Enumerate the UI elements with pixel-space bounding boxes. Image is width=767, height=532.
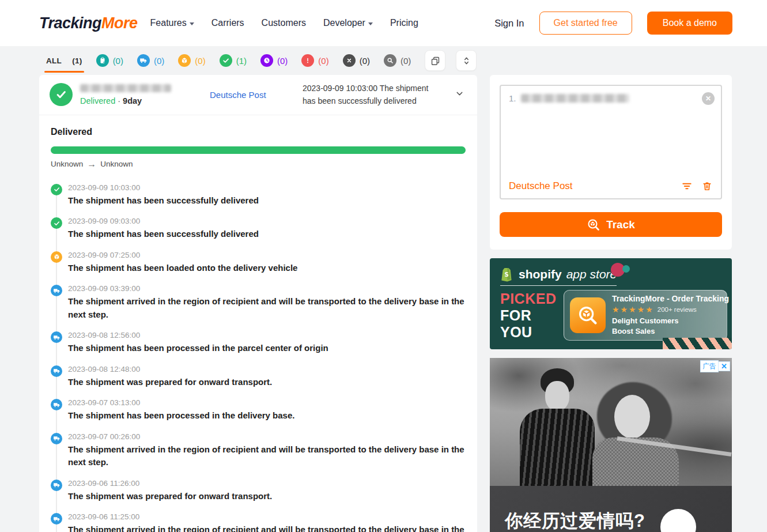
transit-icon xyxy=(51,480,62,491)
carrier-link[interactable]: Deutsche Post xyxy=(210,90,295,100)
shopify-app-store-banner[interactable]: S shopify app store PICKED FOR YOU xyxy=(490,258,732,349)
timeline-event: 2023-09-07 00:26:00 The shipment arrived… xyxy=(51,432,466,469)
progress-bar xyxy=(51,146,466,154)
tab-pickup[interactable]: (0) xyxy=(178,54,205,67)
ad-caption-bar: 你经历过爱情吗? xyxy=(490,486,732,532)
exception-icon xyxy=(343,54,356,67)
transit-icon xyxy=(51,285,62,296)
transit-icon xyxy=(51,513,62,525)
delivered-icon xyxy=(51,184,62,195)
display-ad[interactable]: 广告 ✕ 你经历过爱情吗? xyxy=(490,358,732,532)
event-text: The shipment has been loaded onto the de… xyxy=(68,262,466,275)
ad-headline: 你经历过爱情吗? xyxy=(505,509,645,532)
expand-chevron-icon[interactable] xyxy=(452,86,467,103)
destination: Unknown xyxy=(100,160,133,168)
timeline-event: 2023-09-08 12:56:00 The shipment has bee… xyxy=(51,331,466,355)
top-navbar: TrackingMore Features Carriers Customers… xyxy=(0,0,767,46)
event-text: The shipment arrived in the region of re… xyxy=(68,443,466,469)
event-text: The shipment arrived in the region of re… xyxy=(68,295,466,321)
event-timeline: 2023-09-09 10:03:00 The shipment has bee… xyxy=(51,183,466,532)
decor-stripes xyxy=(663,338,732,349)
ad-flag: 广告 ✕ xyxy=(700,360,730,372)
sign-in-link[interactable]: Sign In xyxy=(494,18,524,29)
tab-all[interactable]: ALL (1) xyxy=(46,56,82,65)
delivered-icon xyxy=(220,54,232,67)
copy-button[interactable] xyxy=(425,50,445,71)
page: TrackingMore Features Carriers Customers… xyxy=(0,0,767,532)
ad-action-circle[interactable] xyxy=(660,509,696,532)
pickup-icon xyxy=(51,251,62,263)
tab-info-received[interactable]: (0) xyxy=(96,54,123,67)
nav-item-customers[interactable]: Customers xyxy=(262,18,306,28)
transit-icon xyxy=(51,365,62,377)
status-filter-tabs: ALL (1) (0) (0) (0) (1) xyxy=(39,46,477,75)
content: ALL (1) (0) (0) (0) (1) xyxy=(0,46,767,532)
event-time: 2023-09-09 03:39:00 xyxy=(68,284,466,293)
status-line: Delivered·9day xyxy=(80,96,202,105)
logo-text-dark: Tracking xyxy=(39,14,101,32)
trash-icon[interactable] xyxy=(701,180,713,192)
tab-exception[interactable]: (0) xyxy=(343,54,370,67)
event-text: The shipment has been processed in the p… xyxy=(68,342,466,355)
latest-event-summary: 2023-09-09 10:03:00 The shipment has bee… xyxy=(303,82,445,108)
book-demo-button[interactable]: Book a demo xyxy=(647,12,732,35)
ad-close-icon[interactable]: ✕ xyxy=(719,361,730,371)
route-line: Unknown → Unknown xyxy=(51,159,466,169)
shopify-bag-icon: S xyxy=(500,266,514,282)
ad-label[interactable]: 广告 xyxy=(700,360,719,372)
event-time: 2023-09-07 00:26:00 xyxy=(68,432,466,441)
tracking-numbers-input[interactable]: 1. ✕ Deutsche Post xyxy=(500,85,722,199)
trackingmore-logo[interactable]: TrackingMore xyxy=(39,14,138,32)
timeline-event: 2023-09-09 10:03:00 The shipment has bee… xyxy=(51,183,466,207)
sort-button[interactable] xyxy=(456,50,477,71)
main-nav: Features Carriers Customers Developer Pr… xyxy=(150,18,418,28)
event-time: 2023-09-06 11:26:00 xyxy=(68,479,466,488)
event-time: 2023-09-07 03:13:00 xyxy=(68,398,466,407)
tracking-number-blurred xyxy=(521,94,629,103)
transit-icon xyxy=(51,433,62,444)
nav-item-carriers[interactable]: Carriers xyxy=(211,18,244,28)
timeline-event: 2023-09-08 12:48:00 The shipment was pre… xyxy=(51,365,466,389)
nav-item-pricing[interactable]: Pricing xyxy=(390,18,418,28)
timeline-event: 2023-09-06 11:26:00 The shipment was pre… xyxy=(51,479,466,503)
right-column: 1. ✕ Deutsche Post Track xyxy=(490,75,732,532)
svg-text:S: S xyxy=(504,271,508,278)
tab-delivered[interactable]: (1) xyxy=(220,54,247,67)
arrow-right-icon: → xyxy=(87,159,96,169)
decor-circle-teal xyxy=(622,265,630,273)
reviews-count: 200+ reviews xyxy=(658,306,697,313)
delivered-status-icon xyxy=(50,83,73,106)
event-time: 2023-09-08 12:48:00 xyxy=(68,365,466,373)
event-time: 2023-09-09 07:25:00 xyxy=(68,251,466,259)
pickup-icon xyxy=(178,54,191,67)
tab-undelivered[interactable]: (0) xyxy=(301,54,328,67)
tab-transit[interactable]: (0) xyxy=(137,54,164,67)
track-search-icon xyxy=(587,218,600,232)
ad-photo xyxy=(490,358,732,486)
carrier-selector[interactable]: Deutsche Post xyxy=(509,180,573,192)
nav-item-developer[interactable]: Developer xyxy=(323,18,373,28)
timeline-event: 2023-09-09 07:25:00 The shipment has bee… xyxy=(51,251,466,275)
app-benefit-2: Boost Sales xyxy=(612,326,729,337)
tracking-summary-row[interactable]: Delivered·9day Deutsche Post 2023-09-09 … xyxy=(39,75,477,115)
filter-icon[interactable] xyxy=(681,180,693,192)
get-started-button[interactable]: Get started free xyxy=(539,12,632,35)
picked-for-you-text: PICKED FOR YOU xyxy=(500,290,556,341)
logo-text-orange: More xyxy=(101,14,138,32)
tracking-number-blurred xyxy=(80,84,171,92)
nav-item-features[interactable]: Features xyxy=(150,18,194,28)
star-rating: ★★★★★ xyxy=(612,305,654,314)
tab-tools xyxy=(425,50,477,71)
tracking-detail: Delivered Unknown → Unknown 2023-09-09 1… xyxy=(39,115,477,532)
track-button[interactable]: Track xyxy=(500,212,722,237)
app-benefit-1: Delight Customers xyxy=(612,316,729,326)
tab-expired[interactable]: (0) xyxy=(260,54,288,67)
tracker-widget: 1. ✕ Deutsche Post Track xyxy=(490,75,732,250)
transit-icon xyxy=(51,331,62,343)
clear-number-button[interactable]: ✕ xyxy=(702,92,715,105)
app-listing-card[interactable]: TrackingMore - Order Tracking ★★★★★ 200+… xyxy=(564,290,727,341)
tab-not-found[interactable]: (0) xyxy=(384,54,411,67)
event-text: The shipment has been processed in the d… xyxy=(68,409,466,422)
chevron-down-icon xyxy=(368,22,373,25)
event-time: 2023-09-06 11:25:00 xyxy=(68,512,466,521)
